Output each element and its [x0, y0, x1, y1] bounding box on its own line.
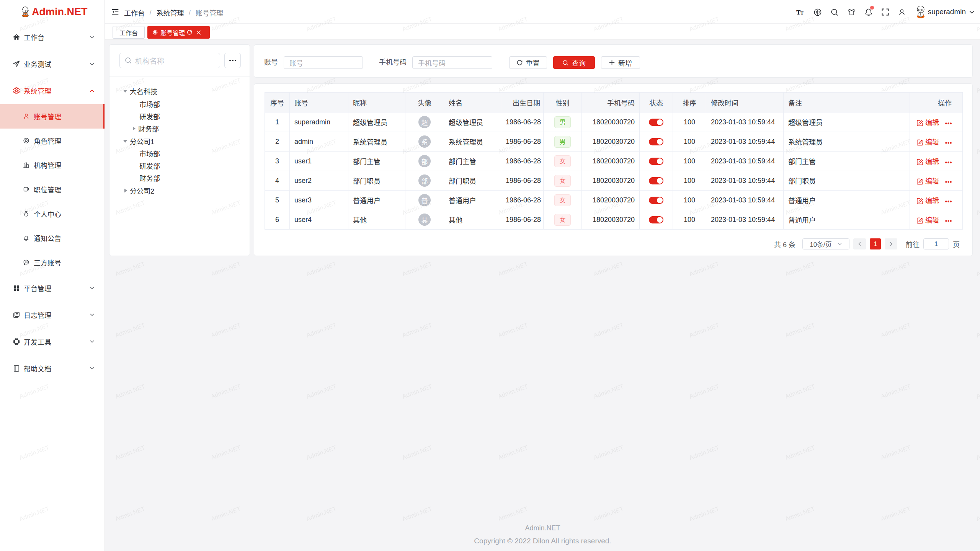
svg-text:T: T [800, 10, 804, 16]
